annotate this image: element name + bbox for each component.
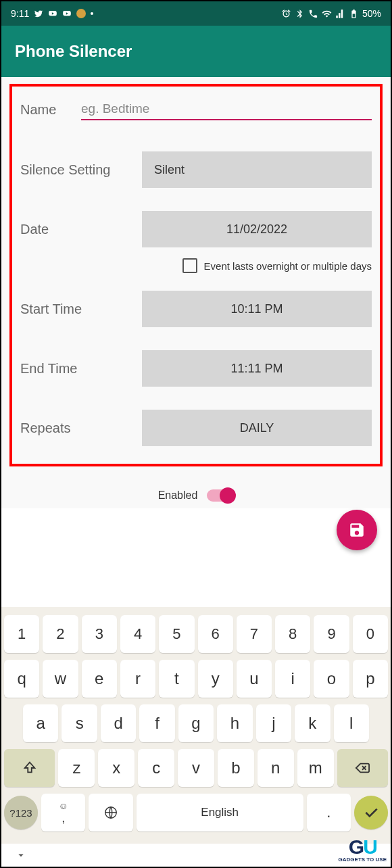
key-9[interactable]: 9: [314, 615, 349, 653]
shift-icon: [22, 761, 37, 775]
app-icon: [76, 9, 86, 18]
silence-value[interactable]: Silent: [142, 151, 372, 188]
save-icon: [348, 521, 366, 539]
kb-row-zxcv: zxcvbnm: [4, 749, 388, 787]
watermark: GU GADGETS TO USE: [339, 837, 387, 863]
overnight-row[interactable]: Event lasts overnight or multiple days: [20, 258, 372, 273]
app-bar: Phone Silencer: [1, 26, 391, 77]
enabled-row: Enabled: [9, 489, 383, 502]
key-s[interactable]: s: [62, 704, 97, 742]
name-label: Name: [20, 102, 81, 118]
end-time-label: End Time: [20, 361, 142, 377]
shift-key[interactable]: [4, 749, 55, 787]
key-u[interactable]: u: [237, 660, 272, 698]
backspace-icon: [353, 761, 371, 775]
key-4[interactable]: 4: [120, 615, 155, 653]
check-icon: [362, 804, 380, 821]
key-b[interactable]: b: [218, 749, 254, 787]
repeats-value[interactable]: DAILY: [142, 410, 372, 446]
start-time-label: Start Time: [20, 302, 142, 317]
start-time-row: Start Time 10:11 PM: [20, 291, 372, 327]
key-a[interactable]: a: [23, 704, 58, 742]
key-z[interactable]: z: [58, 749, 95, 787]
key-5[interactable]: 5: [159, 615, 194, 653]
comma-icon: ,: [62, 812, 65, 824]
key-6[interactable]: 6: [198, 615, 233, 653]
bluetooth-icon: [295, 9, 305, 19]
youtube-icon: [48, 9, 57, 18]
key-c[interactable]: c: [138, 749, 174, 787]
enabled-toggle[interactable]: [207, 489, 234, 502]
end-time-value[interactable]: 11:11 PM: [142, 350, 372, 387]
key-j[interactable]: j: [256, 704, 291, 742]
key-t[interactable]: t: [159, 660, 194, 698]
language-key[interactable]: [89, 794, 132, 831]
key-d[interactable]: d: [101, 704, 136, 742]
kb-row-bottom: ?123 ☺ , English .: [4, 794, 388, 831]
nav-bar: [1, 844, 391, 867]
key-r[interactable]: r: [120, 660, 155, 698]
key-q[interactable]: q: [4, 660, 39, 698]
key-i[interactable]: i: [275, 660, 310, 698]
kb-row-asdf: asdfghjkl: [4, 704, 388, 742]
date-label: Date: [20, 222, 142, 237]
end-time-row: End Time 11:11 PM: [20, 350, 372, 387]
key-n[interactable]: n: [258, 749, 294, 787]
wifi-icon: [322, 9, 332, 19]
enter-key[interactable]: [354, 796, 388, 829]
key-k[interactable]: k: [295, 704, 330, 742]
key-v[interactable]: v: [178, 749, 214, 787]
kb-row-numbers: 1234567890: [4, 615, 388, 653]
overnight-checkbox[interactable]: [182, 258, 197, 273]
key-x[interactable]: x: [98, 749, 134, 787]
key-e[interactable]: e: [82, 660, 117, 698]
twitter-icon: [34, 9, 43, 18]
start-time-value[interactable]: 10:11 PM: [142, 291, 372, 327]
key-1[interactable]: 1: [4, 615, 39, 653]
date-row: Date 11/02/2022: [20, 211, 372, 247]
status-bar: 9:11 50%: [1, 1, 391, 26]
phone-icon: [308, 9, 318, 19]
key-g[interactable]: g: [178, 704, 214, 742]
key-p[interactable]: p: [353, 660, 388, 698]
form-content: Name Silence Setting Silent Date 11/02/2…: [1, 77, 391, 508]
save-fab[interactable]: [337, 510, 377, 550]
key-h[interactable]: h: [217, 704, 252, 742]
overnight-label: Event lasts overnight or multiple days: [204, 260, 372, 272]
emoji-icon: ☺: [59, 801, 68, 811]
repeats-label: Repeats: [20, 420, 142, 436]
key-o[interactable]: o: [314, 660, 349, 698]
silence-label: Silence Setting: [20, 162, 142, 178]
key-m[interactable]: m: [297, 749, 334, 787]
key-0[interactable]: 0: [353, 615, 388, 653]
date-value[interactable]: 11/02/2022: [142, 211, 372, 247]
emoji-key[interactable]: ☺ ,: [41, 794, 85, 831]
dot-icon: [91, 12, 93, 15]
key-f[interactable]: f: [139, 704, 174, 742]
period-key[interactable]: .: [307, 794, 351, 831]
key-2[interactable]: 2: [43, 615, 78, 653]
app-title: Phone Silencer: [15, 42, 132, 61]
name-row: Name: [20, 99, 372, 120]
battery-percent: 50%: [362, 8, 381, 19]
name-input[interactable]: [81, 99, 372, 120]
highlight-box: Name Silence Setting Silent Date 11/02/2…: [9, 84, 383, 466]
status-time: 9:11: [11, 8, 29, 19]
signal-icon: [335, 9, 345, 19]
key-l[interactable]: l: [334, 704, 369, 742]
key-w[interactable]: w: [43, 660, 78, 698]
key-3[interactable]: 3: [82, 615, 117, 653]
chevron-down-icon[interactable]: [15, 849, 27, 861]
keyboard: 1234567890 qwertyuiop asdfghjkl zxcvbnm …: [1, 607, 391, 844]
youtube-icon-2: [62, 9, 72, 18]
backspace-key[interactable]: [337, 749, 388, 787]
space-key[interactable]: English: [137, 794, 303, 831]
silence-row: Silence Setting Silent: [20, 151, 372, 188]
symbols-key[interactable]: ?123: [4, 796, 38, 829]
key-y[interactable]: y: [198, 660, 233, 698]
battery-icon: [349, 9, 359, 19]
key-7[interactable]: 7: [237, 615, 272, 653]
status-right: 50%: [281, 8, 381, 19]
key-8[interactable]: 8: [275, 615, 310, 653]
status-left: 9:11: [11, 8, 93, 19]
